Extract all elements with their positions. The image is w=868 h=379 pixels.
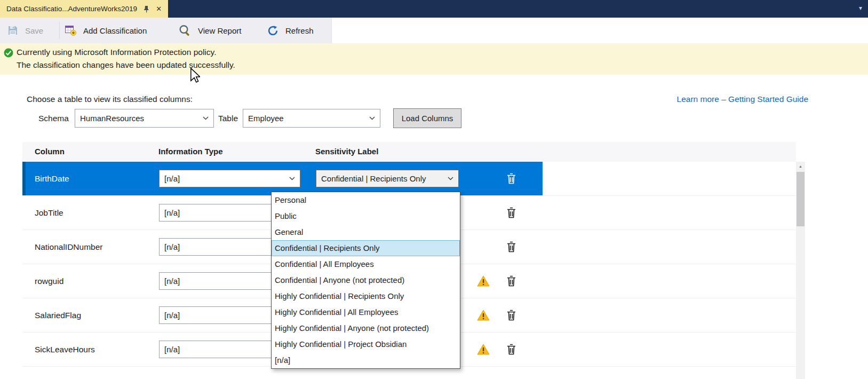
- header-information-type: Information Type: [158, 147, 223, 156]
- information-type-value: [n/a]: [164, 277, 180, 286]
- document-tab-title: Data Classificatio...AdventureWorks2019: [6, 5, 137, 13]
- view-report-button[interactable]: View Report: [179, 18, 241, 43]
- refresh-label: Refresh: [285, 26, 314, 35]
- column-name-label: BirthDate: [35, 174, 69, 184]
- vertical-scrollbar[interactable]: ▲: [796, 162, 805, 379]
- pin-icon[interactable]: [144, 5, 149, 13]
- sensitivity-label-dropdown[interactable]: Confidential | Recipients Only: [316, 170, 459, 187]
- schema-value: HumanResources: [80, 114, 144, 123]
- dropdown-option[interactable]: Highly Confidential | Project Obsidian: [272, 336, 460, 352]
- view-report-label: View Report: [198, 26, 241, 35]
- toolbar-separator: [59, 22, 60, 39]
- dropdown-option[interactable]: [n/a]: [272, 352, 460, 368]
- information-type-value: [n/a]: [164, 242, 180, 251]
- information-type-value: [n/a]: [164, 174, 180, 183]
- warning-icon: [477, 275, 490, 287]
- grid-header: Column Information Type Sensitivity Labe…: [22, 142, 796, 162]
- document-tab[interactable]: Data Classificatio...AdventureWorks2019 …: [0, 0, 168, 18]
- dropdown-option[interactable]: Confidential | All Employees: [272, 256, 460, 272]
- load-columns-label: Load Columns: [402, 114, 453, 123]
- chevron-down-icon: [448, 177, 453, 180]
- table-dropdown[interactable]: Employee: [243, 109, 380, 128]
- table-row[interactable]: BirthDate [n/a] Confidential | Recipient…: [22, 162, 796, 196]
- dropdown-option[interactable]: Highly Confidential | All Employees: [272, 304, 460, 320]
- scroll-up-icon[interactable]: ▲: [796, 162, 805, 171]
- warning-icon: [477, 310, 490, 321]
- refresh-button[interactable]: Refresh: [267, 18, 314, 43]
- delete-classification-icon[interactable]: [507, 275, 516, 287]
- dropdown-option[interactable]: Highly Confidential | Anyone (not protec…: [272, 320, 460, 336]
- toolbar: Save Add Classification View Report Refr…: [0, 18, 868, 43]
- dropdown-option[interactable]: Highly Confidential | Recipients Only: [272, 288, 460, 304]
- column-name-label: SickLeaveHours: [35, 345, 95, 354]
- info-bar-line1: Currently using Microsoft Information Pr…: [17, 48, 216, 57]
- save-button[interactable]: Save: [7, 18, 43, 43]
- column-name-label: JobTitle: [35, 208, 63, 218]
- policy-info-bar: Currently using Microsoft Information Pr…: [0, 43, 868, 75]
- header-column: Column: [35, 147, 65, 156]
- success-check-icon: [4, 48, 13, 58]
- sensitivity-label-value: Confidential | Recipients Only: [321, 174, 426, 183]
- instruction-label: Choose a table to view its classified co…: [27, 94, 193, 104]
- add-classification-label: Add Classification: [83, 26, 147, 35]
- schema-dropdown[interactable]: HumanResources: [75, 109, 214, 128]
- add-classification-button[interactable]: Add Classification: [65, 18, 147, 43]
- scrollbar-thumb[interactable]: [797, 172, 805, 226]
- refresh-icon: [267, 25, 278, 36]
- column-name-label: NationalIDNumber: [35, 242, 103, 252]
- learn-more-link[interactable]: Learn more – Getting Started Guide: [677, 94, 808, 104]
- delete-classification-icon[interactable]: [507, 173, 516, 184]
- save-label: Save: [25, 26, 43, 35]
- column-name-label: SalariedFlag: [35, 311, 81, 320]
- schema-label: Schema: [38, 114, 69, 123]
- table-label: Table: [218, 114, 238, 123]
- dropdown-option[interactable]: Public: [272, 208, 460, 224]
- sensitivity-options-list: Personal Public General Confidential | R…: [271, 192, 460, 369]
- info-bar-line2: The classification changes have been upd…: [17, 60, 235, 70]
- dropdown-option[interactable]: Personal: [272, 192, 460, 208]
- header-sensitivity-label: Sensitivity Label: [315, 147, 378, 156]
- tab-bar: Data Classificatio...AdventureWorks2019 …: [0, 0, 868, 18]
- load-columns-button[interactable]: Load Columns: [393, 108, 461, 128]
- close-icon[interactable]: ✕: [156, 5, 162, 12]
- add-classification-icon: [65, 26, 76, 36]
- delete-classification-icon[interactable]: [507, 241, 516, 252]
- dropdown-option[interactable]: General: [272, 224, 460, 240]
- table-value: Employee: [248, 114, 284, 123]
- dropdown-option[interactable]: Confidential | Anyone (not protected): [272, 272, 460, 288]
- dropdown-option-selected[interactable]: Confidential | Recipients Only: [272, 240, 460, 256]
- chevron-down-icon: [369, 116, 375, 120]
- magnifier-icon: [179, 25, 191, 36]
- delete-classification-icon[interactable]: [507, 344, 516, 355]
- chevron-down-icon: [203, 116, 209, 120]
- chevron-down-icon: [289, 177, 295, 180]
- save-icon: [7, 25, 18, 36]
- column-name-label: rowguid: [35, 277, 63, 286]
- tab-list-chevron-icon[interactable]: ▾: [859, 4, 862, 12]
- delete-classification-icon[interactable]: [507, 207, 516, 218]
- warning-icon: [477, 344, 490, 355]
- information-type-value: [n/a]: [164, 311, 180, 320]
- information-type-value: [n/a]: [164, 208, 180, 217]
- delete-classification-icon[interactable]: [507, 310, 516, 321]
- information-type-value: [n/a]: [164, 345, 180, 354]
- information-type-dropdown[interactable]: [n/a]: [159, 170, 300, 187]
